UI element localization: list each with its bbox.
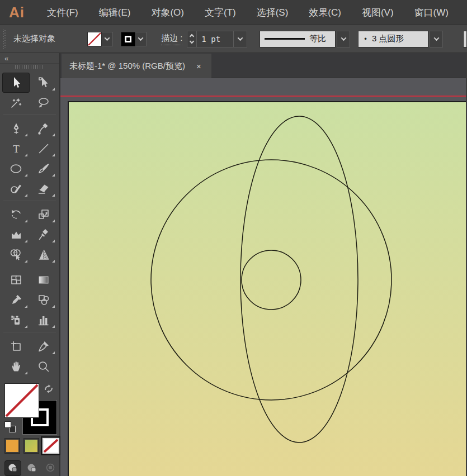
artboard-icon bbox=[10, 340, 23, 353]
tools-panel: « T bbox=[0, 53, 60, 476]
fill-stroke-indicator bbox=[0, 382, 59, 434]
brush-dropdown[interactable]: • 3 点圆形 bbox=[358, 31, 428, 47]
selection-status: 未选择对象 bbox=[13, 34, 79, 44]
width-profile-value: 等比 bbox=[309, 34, 326, 44]
menu-file[interactable]: 文件(F) bbox=[44, 4, 82, 21]
magic-wand-icon bbox=[10, 96, 23, 110]
collapse-panel-button[interactable]: « bbox=[0, 53, 59, 64]
swap-fill-stroke-icon[interactable] bbox=[44, 384, 54, 393]
blend-tool[interactable] bbox=[30, 290, 57, 310]
slice-knife-icon bbox=[37, 340, 50, 353]
lasso-icon bbox=[37, 96, 50, 110]
shape-builder-tool[interactable] bbox=[2, 245, 30, 265]
toolbar-grip[interactable] bbox=[0, 64, 59, 70]
gradient-icon bbox=[37, 273, 50, 287]
draw-behind-button[interactable] bbox=[23, 460, 40, 476]
width-crown-icon bbox=[10, 228, 23, 241]
line-segment-tool[interactable] bbox=[30, 139, 57, 159]
direct-selection-arrow-icon bbox=[37, 76, 50, 89]
stepper-up-icon bbox=[190, 34, 194, 39]
curvature-pen-icon bbox=[37, 122, 50, 135]
fill-color-swatch[interactable] bbox=[87, 32, 102, 46]
eyedropper-icon bbox=[10, 293, 23, 307]
fill-proxy-swatch[interactable] bbox=[4, 383, 39, 418]
fill-dropdown-button[interactable] bbox=[102, 32, 113, 46]
menu-effect[interactable]: 效果(C) bbox=[305, 4, 345, 21]
width-profile-chevron-button[interactable] bbox=[337, 31, 350, 47]
selection-tool[interactable] bbox=[2, 73, 30, 93]
none-icon bbox=[44, 439, 58, 453]
chevron-down-icon bbox=[105, 35, 110, 41]
menu-select[interactable]: 选择(S) bbox=[253, 4, 292, 21]
chevron-down-icon bbox=[138, 35, 144, 41]
stroke-weight-label[interactable]: 描边 : bbox=[161, 33, 182, 45]
stroke-weight-dropdown-button[interactable] bbox=[234, 31, 247, 47]
puppet-warp-tool[interactable] bbox=[30, 225, 57, 245]
draw-behind-icon bbox=[26, 463, 37, 473]
pen-nib-icon bbox=[10, 122, 23, 135]
magic-wand-tool[interactable] bbox=[2, 93, 30, 113]
none-swatch-button[interactable] bbox=[43, 438, 59, 454]
lasso-tool[interactable] bbox=[30, 93, 57, 113]
eraser-tool[interactable] bbox=[30, 179, 57, 199]
none-fill-icon bbox=[5, 384, 39, 417]
ellipse-tool[interactable] bbox=[2, 159, 30, 179]
svg-text:T: T bbox=[13, 142, 20, 154]
direct-selection-tool[interactable] bbox=[30, 73, 57, 93]
brush-preview-dot-icon: • bbox=[364, 35, 367, 43]
chevron-down-icon bbox=[341, 35, 346, 41]
stroke-weight-input[interactable]: 1 pt bbox=[197, 31, 234, 47]
drawing-mode-row bbox=[0, 454, 59, 476]
menu-object[interactable]: 对象(O) bbox=[148, 4, 187, 21]
mesh-tool[interactable] bbox=[2, 270, 30, 290]
brush-value: 3 点圆形 bbox=[372, 34, 404, 44]
canvas-workspace[interactable]: 未标题-1* @ 150% (RGB/预览) × bbox=[60, 53, 466, 476]
stroke-dropdown-button[interactable] bbox=[135, 32, 147, 46]
blend-icon bbox=[37, 293, 50, 307]
hand-tool[interactable] bbox=[2, 356, 30, 377]
eyedropper-tool[interactable] bbox=[2, 290, 30, 310]
width-tool[interactable] bbox=[2, 225, 30, 245]
artboard[interactable] bbox=[68, 101, 466, 476]
stroke-color-swatch[interactable] bbox=[121, 32, 135, 46]
brush-chevron-button[interactable] bbox=[430, 31, 443, 47]
document-tab[interactable]: 未标题-1* @ 150% (RGB/预览) × bbox=[62, 54, 211, 78]
draw-inside-button[interactable] bbox=[43, 460, 59, 476]
chevron-down-icon bbox=[433, 35, 439, 41]
artboard-tool[interactable] bbox=[2, 336, 30, 356]
pen-tool[interactable] bbox=[2, 118, 30, 139]
app-logo: Ai bbox=[9, 4, 25, 21]
gradient-tool[interactable] bbox=[30, 270, 57, 290]
rotate-tool[interactable] bbox=[2, 204, 30, 225]
pushpin-icon bbox=[37, 228, 50, 241]
slice-tool[interactable] bbox=[30, 336, 57, 356]
scale-tool[interactable] bbox=[30, 204, 57, 225]
shaper-tool[interactable] bbox=[2, 179, 30, 199]
perspective-grid-tool[interactable] bbox=[30, 245, 57, 265]
perspective-grid-icon bbox=[37, 248, 50, 261]
menu-type[interactable]: 文字(T) bbox=[201, 4, 239, 21]
zoom-tool[interactable] bbox=[30, 356, 57, 377]
width-profile-dropdown[interactable]: 等比 bbox=[260, 31, 336, 47]
paintbrush-icon bbox=[37, 162, 50, 175]
menu-edit[interactable]: 编辑(E) bbox=[96, 4, 134, 21]
symbol-sprayer-tool[interactable] bbox=[2, 310, 30, 330]
curvature-tool[interactable] bbox=[30, 118, 57, 139]
type-tool[interactable]: T bbox=[2, 139, 30, 159]
draw-normal-icon bbox=[7, 463, 18, 473]
menu-view[interactable]: 视图(V) bbox=[358, 4, 397, 21]
menu-bar: Ai 文件(F) 编辑(E) 对象(O) 文字(T) 选择(S) 效果(C) 视… bbox=[0, 0, 467, 25]
stroke-weight-stepper[interactable] bbox=[187, 31, 197, 47]
draw-normal-button[interactable] bbox=[4, 460, 21, 476]
shaper-icon bbox=[10, 182, 23, 196]
hand-icon bbox=[10, 360, 23, 373]
panel-grip[interactable] bbox=[3, 30, 6, 49]
color-swatch-button[interactable] bbox=[4, 438, 20, 454]
gradient-swatch-button[interactable] bbox=[23, 438, 39, 454]
close-tab-icon[interactable]: × bbox=[194, 60, 204, 72]
column-graph-tool[interactable] bbox=[30, 310, 57, 330]
type-tool-icon: T bbox=[10, 142, 23, 155]
default-fill-stroke-icon[interactable] bbox=[4, 421, 17, 434]
menu-window[interactable]: 窗口(W) bbox=[411, 4, 452, 21]
paintbrush-tool[interactable] bbox=[30, 159, 57, 179]
